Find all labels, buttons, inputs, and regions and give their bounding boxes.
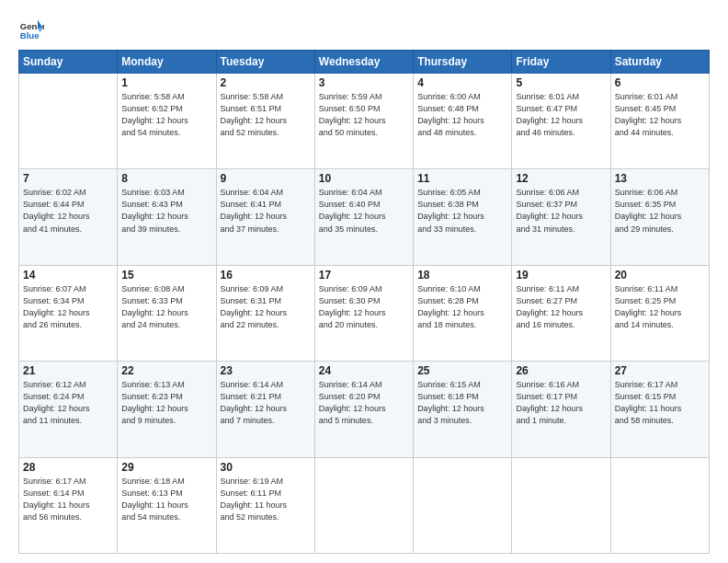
- calendar-cell: 14Sunrise: 6:07 AM Sunset: 6:34 PM Dayli…: [19, 265, 118, 361]
- weekday-header-saturday: Saturday: [610, 51, 709, 74]
- day-info: Sunrise: 5:59 AM Sunset: 6:50 PM Dayligh…: [319, 91, 409, 139]
- calendar-cell: [314, 457, 413, 553]
- day-info: Sunrise: 6:01 AM Sunset: 6:45 PM Dayligh…: [615, 91, 705, 139]
- day-number: 28: [23, 461, 113, 474]
- day-number: 13: [615, 172, 705, 185]
- day-info: Sunrise: 6:11 AM Sunset: 6:25 PM Dayligh…: [615, 283, 705, 331]
- calendar-cell: [19, 74, 118, 169]
- day-number: 6: [615, 76, 705, 89]
- day-number: 16: [221, 269, 311, 282]
- day-number: 25: [417, 364, 507, 377]
- day-number: 4: [417, 76, 507, 89]
- day-info: Sunrise: 6:02 AM Sunset: 6:44 PM Dayligh…: [23, 187, 113, 235]
- calendar-cell: 13Sunrise: 6:06 AM Sunset: 6:35 PM Dayli…: [610, 169, 709, 265]
- logo: General Blue: [18, 17, 44, 42]
- day-info: Sunrise: 6:14 AM Sunset: 6:20 PM Dayligh…: [319, 379, 409, 427]
- calendar-cell: 12Sunrise: 6:06 AM Sunset: 6:37 PM Dayli…: [512, 169, 610, 265]
- day-info: Sunrise: 6:05 AM Sunset: 6:38 PM Dayligh…: [417, 187, 507, 235]
- day-number: 30: [221, 461, 311, 474]
- weekday-header-sunday: Sunday: [19, 51, 118, 74]
- weekday-header-tuesday: Tuesday: [216, 51, 314, 74]
- day-number: 23: [221, 364, 311, 377]
- day-number: 29: [121, 461, 211, 474]
- calendar-cell: 17Sunrise: 6:09 AM Sunset: 6:30 PM Dayli…: [314, 265, 413, 361]
- day-number: 10: [319, 172, 409, 185]
- day-info: Sunrise: 6:19 AM Sunset: 6:11 PM Dayligh…: [221, 476, 311, 523]
- day-info: Sunrise: 6:08 AM Sunset: 6:33 PM Dayligh…: [121, 283, 211, 331]
- calendar-cell: 16Sunrise: 6:09 AM Sunset: 6:31 PM Dayli…: [216, 265, 314, 361]
- day-info: Sunrise: 6:04 AM Sunset: 6:41 PM Dayligh…: [221, 187, 311, 235]
- day-number: 14: [23, 269, 113, 282]
- calendar-cell: 30Sunrise: 6:19 AM Sunset: 6:11 PM Dayli…: [216, 457, 314, 553]
- day-info: Sunrise: 6:18 AM Sunset: 6:13 PM Dayligh…: [121, 476, 211, 523]
- day-number: 21: [23, 364, 113, 377]
- day-number: 8: [121, 172, 211, 185]
- weekday-header-monday: Monday: [118, 51, 216, 74]
- calendar-cell: 29Sunrise: 6:18 AM Sunset: 6:13 PM Dayli…: [118, 457, 216, 553]
- day-number: 11: [417, 172, 507, 185]
- calendar-cell: 2Sunrise: 5:58 AM Sunset: 6:51 PM Daylig…: [216, 74, 314, 169]
- calendar-cell: 19Sunrise: 6:11 AM Sunset: 6:27 PM Dayli…: [512, 265, 610, 361]
- day-info: Sunrise: 6:13 AM Sunset: 6:23 PM Dayligh…: [121, 379, 211, 427]
- day-info: Sunrise: 6:12 AM Sunset: 6:24 PM Dayligh…: [23, 379, 113, 427]
- calendar-cell: [414, 457, 512, 553]
- calendar-cell: 9Sunrise: 6:04 AM Sunset: 6:41 PM Daylig…: [216, 169, 314, 265]
- day-number: 2: [221, 76, 311, 89]
- calendar-cell: 25Sunrise: 6:15 AM Sunset: 6:18 PM Dayli…: [414, 362, 512, 457]
- calendar-cell: 26Sunrise: 6:16 AM Sunset: 6:17 PM Dayli…: [512, 362, 610, 457]
- day-info: Sunrise: 6:06 AM Sunset: 6:37 PM Dayligh…: [516, 187, 606, 235]
- day-info: Sunrise: 6:14 AM Sunset: 6:21 PM Dayligh…: [221, 379, 311, 427]
- day-info: Sunrise: 6:06 AM Sunset: 6:35 PM Dayligh…: [615, 187, 705, 235]
- calendar-cell: 3Sunrise: 5:59 AM Sunset: 6:50 PM Daylig…: [314, 74, 413, 169]
- day-info: Sunrise: 6:09 AM Sunset: 6:30 PM Dayligh…: [319, 283, 409, 331]
- calendar-cell: 1Sunrise: 5:58 AM Sunset: 6:52 PM Daylig…: [118, 74, 216, 169]
- calendar-cell: [610, 457, 709, 553]
- day-number: 18: [417, 269, 507, 282]
- day-number: 9: [221, 172, 311, 185]
- day-info: Sunrise: 6:04 AM Sunset: 6:40 PM Dayligh…: [319, 187, 409, 235]
- calendar-cell: 27Sunrise: 6:17 AM Sunset: 6:15 PM Dayli…: [610, 362, 709, 457]
- day-number: 27: [615, 364, 705, 377]
- day-info: Sunrise: 5:58 AM Sunset: 6:52 PM Dayligh…: [121, 91, 211, 139]
- calendar-cell: 28Sunrise: 6:17 AM Sunset: 6:14 PM Dayli…: [19, 457, 118, 553]
- calendar-cell: 22Sunrise: 6:13 AM Sunset: 6:23 PM Dayli…: [118, 362, 216, 457]
- calendar-table: SundayMondayTuesdayWednesdayThursdayFrid…: [18, 50, 710, 554]
- day-info: Sunrise: 6:17 AM Sunset: 6:14 PM Dayligh…: [23, 476, 113, 523]
- weekday-header-friday: Friday: [512, 51, 610, 74]
- calendar-cell: 10Sunrise: 6:04 AM Sunset: 6:40 PM Dayli…: [314, 169, 413, 265]
- calendar-cell: 18Sunrise: 6:10 AM Sunset: 6:28 PM Dayli…: [414, 265, 512, 361]
- day-info: Sunrise: 6:16 AM Sunset: 6:17 PM Dayligh…: [516, 379, 606, 427]
- day-number: 17: [319, 269, 409, 282]
- day-info: Sunrise: 6:00 AM Sunset: 6:48 PM Dayligh…: [417, 91, 507, 139]
- day-number: 22: [121, 364, 211, 377]
- day-info: Sunrise: 6:01 AM Sunset: 6:47 PM Dayligh…: [516, 91, 606, 139]
- calendar-cell: 21Sunrise: 6:12 AM Sunset: 6:24 PM Dayli…: [19, 362, 118, 457]
- day-number: 12: [516, 172, 606, 185]
- calendar-cell: 20Sunrise: 6:11 AM Sunset: 6:25 PM Dayli…: [610, 265, 709, 361]
- weekday-header-wednesday: Wednesday: [314, 51, 413, 74]
- day-number: 20: [615, 269, 705, 282]
- day-info: Sunrise: 6:09 AM Sunset: 6:31 PM Dayligh…: [221, 283, 311, 331]
- day-info: Sunrise: 6:11 AM Sunset: 6:27 PM Dayligh…: [516, 283, 606, 331]
- calendar-cell: [512, 457, 610, 553]
- calendar-cell: 5Sunrise: 6:01 AM Sunset: 6:47 PM Daylig…: [512, 74, 610, 169]
- day-info: Sunrise: 5:58 AM Sunset: 6:51 PM Dayligh…: [221, 91, 311, 139]
- calendar-cell: 24Sunrise: 6:14 AM Sunset: 6:20 PM Dayli…: [314, 362, 413, 457]
- day-info: Sunrise: 6:07 AM Sunset: 6:34 PM Dayligh…: [23, 283, 113, 331]
- calendar-cell: 7Sunrise: 6:02 AM Sunset: 6:44 PM Daylig…: [19, 169, 118, 265]
- day-number: 5: [516, 76, 606, 89]
- day-info: Sunrise: 6:17 AM Sunset: 6:15 PM Dayligh…: [615, 379, 705, 427]
- calendar-cell: 11Sunrise: 6:05 AM Sunset: 6:38 PM Dayli…: [414, 169, 512, 265]
- weekday-header-thursday: Thursday: [414, 51, 512, 74]
- generalblue-logo-icon: General Blue: [18, 17, 44, 42]
- day-number: 26: [516, 364, 606, 377]
- day-number: 7: [23, 172, 113, 185]
- day-number: 1: [121, 76, 211, 89]
- calendar-cell: 6Sunrise: 6:01 AM Sunset: 6:45 PM Daylig…: [610, 74, 709, 169]
- day-number: 3: [319, 76, 409, 89]
- day-number: 15: [121, 269, 211, 282]
- calendar-cell: 23Sunrise: 6:14 AM Sunset: 6:21 PM Dayli…: [216, 362, 314, 457]
- day-number: 24: [319, 364, 409, 377]
- svg-text:Blue: Blue: [20, 30, 40, 40]
- calendar-cell: 4Sunrise: 6:00 AM Sunset: 6:48 PM Daylig…: [414, 74, 512, 169]
